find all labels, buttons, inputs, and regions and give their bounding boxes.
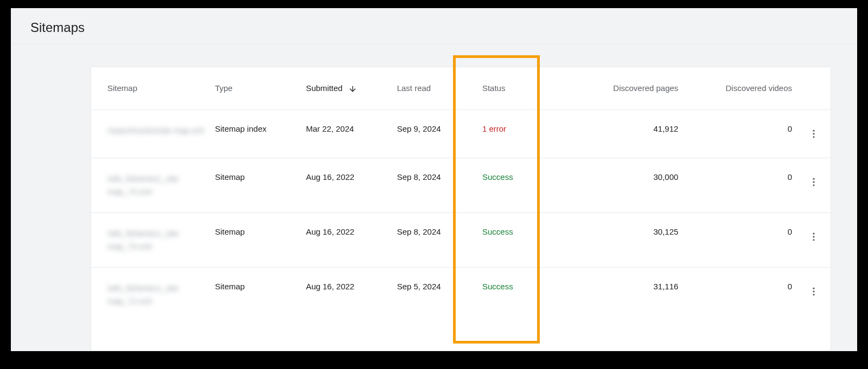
svg-point-11 bbox=[813, 290, 814, 292]
table-header-row: Sitemap Type Submitted Last read bbox=[91, 67, 831, 110]
cell-discovered-pages: 30,125 bbox=[569, 213, 683, 268]
cell-type: Sitemap bbox=[210, 268, 302, 322]
col-header-actions bbox=[796, 67, 831, 110]
arrow-down-icon bbox=[348, 85, 357, 93]
cell-submitted: Aug 16, 2022 bbox=[302, 158, 393, 213]
col-header-label: Status bbox=[482, 83, 506, 93]
cell-actions bbox=[796, 110, 831, 158]
row-more-menu-button[interactable] bbox=[804, 227, 824, 247]
more-vert-icon bbox=[808, 177, 819, 187]
more-vert-icon bbox=[808, 128, 819, 139]
more-vert-icon bbox=[808, 231, 819, 242]
row-more-menu-button[interactable] bbox=[804, 282, 824, 301]
row-more-menu-button[interactable] bbox=[804, 124, 824, 144]
col-header-label: Sitemap bbox=[107, 83, 137, 93]
cell-sitemap: /wfs_fisheries1_site map_72.xml bbox=[91, 268, 210, 322]
col-header-last-read[interactable]: Last read bbox=[393, 67, 478, 110]
svg-point-2 bbox=[813, 133, 814, 134]
svg-point-6 bbox=[813, 184, 814, 186]
status-badge: Success bbox=[482, 172, 513, 182]
sitemap-path-blurred: /wfs_fisheries1_site map_73.xml bbox=[107, 227, 206, 253]
page-title: Sitemaps bbox=[30, 20, 85, 35]
cell-status: Success bbox=[478, 213, 569, 268]
app-frame: Sitemaps Sitemap Type Submitted bbox=[11, 8, 857, 351]
col-header-submitted[interactable]: Submitted bbox=[302, 67, 393, 110]
table-row[interactable]: /search/us/en/site map.xmlSitemap indexM… bbox=[91, 110, 831, 158]
svg-point-3 bbox=[813, 136, 814, 138]
cell-type: Sitemap bbox=[210, 158, 302, 213]
cell-last-read: Sep 5, 2024 bbox=[393, 268, 478, 322]
cell-discovered-pages: 41,912 bbox=[569, 110, 683, 158]
svg-point-1 bbox=[813, 130, 814, 132]
cell-last-read: Sep 9, 2024 bbox=[393, 110, 478, 158]
col-header-label: Discovered pages bbox=[613, 83, 678, 93]
row-more-menu-button[interactable] bbox=[804, 172, 824, 192]
cell-discovered-videos: 0 bbox=[682, 158, 796, 213]
svg-point-5 bbox=[813, 181, 814, 183]
svg-point-10 bbox=[813, 288, 814, 289]
cell-type: Sitemap bbox=[210, 213, 302, 268]
cell-last-read: Sep 8, 2024 bbox=[393, 213, 478, 268]
svg-point-8 bbox=[813, 236, 814, 237]
more-vert-icon bbox=[808, 286, 819, 297]
svg-point-7 bbox=[813, 233, 814, 235]
cell-status: Success bbox=[478, 158, 569, 213]
status-badge: 1 error bbox=[482, 124, 506, 133]
page-header: Sitemaps bbox=[11, 8, 857, 44]
table-row[interactable]: /wfs_fisheries1_site map_72.xmlSitemapAu… bbox=[91, 268, 831, 322]
cell-status: Success bbox=[478, 268, 569, 322]
status-badge: Success bbox=[482, 227, 513, 236]
cell-actions bbox=[796, 213, 831, 268]
col-header-status[interactable]: Status bbox=[478, 67, 569, 110]
cell-sitemap: /search/us/en/site map.xml bbox=[91, 110, 210, 158]
cell-sitemap: /wfs_fisheries1_site map_73.xml bbox=[91, 213, 210, 268]
sitemap-path-blurred: /wfs_fisheries1_site map_74.xml bbox=[107, 172, 206, 198]
table-row[interactable]: /wfs_fisheries1_site map_74.xmlSitemapAu… bbox=[91, 158, 831, 213]
cell-discovered-videos: 0 bbox=[682, 213, 796, 268]
sitemap-path-blurred: /search/us/en/site map.xml bbox=[107, 124, 206, 137]
col-header-discovered-videos[interactable]: Discovered videos bbox=[682, 67, 796, 110]
col-header-sitemap[interactable]: Sitemap bbox=[91, 67, 210, 110]
col-header-label: Last read bbox=[397, 83, 431, 93]
col-header-label: Discovered videos bbox=[726, 83, 793, 93]
cell-submitted: Aug 16, 2022 bbox=[302, 268, 393, 322]
sitemaps-card: Sitemap Type Submitted Last read bbox=[91, 67, 831, 351]
svg-point-12 bbox=[813, 294, 814, 295]
svg-point-4 bbox=[813, 178, 814, 180]
col-header-discovered-pages[interactable]: Discovered pages bbox=[569, 67, 683, 110]
sitemap-path-blurred: /wfs_fisheries1_site map_72.xml bbox=[107, 282, 206, 308]
cell-submitted: Aug 16, 2022 bbox=[302, 213, 393, 268]
cell-last-read: Sep 8, 2024 bbox=[393, 158, 478, 213]
table-row[interactable]: /wfs_fisheries1_site map_73.xmlSitemapAu… bbox=[91, 213, 831, 268]
col-header-label: Type bbox=[215, 83, 233, 93]
cell-actions bbox=[796, 158, 831, 213]
cell-sitemap: /wfs_fisheries1_site map_74.xml bbox=[91, 158, 210, 213]
cell-actions bbox=[796, 268, 831, 322]
cell-type: Sitemap index bbox=[210, 110, 302, 158]
status-badge: Success bbox=[482, 282, 513, 291]
cell-discovered-videos: 0 bbox=[682, 268, 796, 322]
cell-status: 1 error bbox=[478, 110, 569, 158]
cell-discovered-videos: 0 bbox=[682, 110, 796, 158]
col-header-type[interactable]: Type bbox=[210, 67, 302, 110]
svg-point-9 bbox=[813, 239, 814, 241]
cell-discovered-pages: 30,000 bbox=[569, 158, 683, 213]
cell-discovered-pages: 31,116 bbox=[569, 268, 683, 322]
cell-submitted: Mar 22, 2024 bbox=[302, 110, 393, 158]
sitemaps-table: Sitemap Type Submitted Last read bbox=[91, 67, 831, 322]
col-header-label: Submitted bbox=[306, 83, 343, 93]
